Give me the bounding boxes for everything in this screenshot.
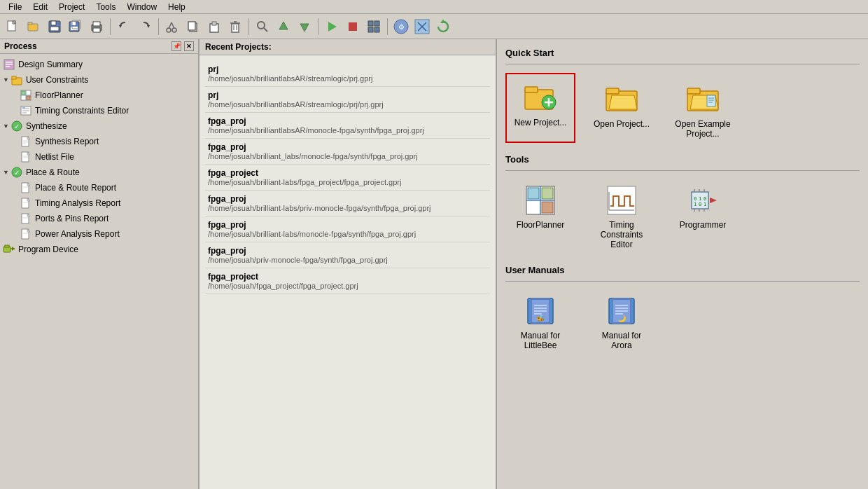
menu-help[interactable]: Help (162, 1, 191, 13)
list-item[interactable]: fpga_proj /home/josuah/priv-monocle-fpga… (205, 242, 490, 268)
list-item[interactable]: fpga_project /home/josuah/fpga_project/f… (205, 268, 490, 294)
tree-item-design-summary[interactable]: Design Summary (0, 57, 198, 72)
svg-rect-97 (606, 88, 619, 94)
tree-item-program-device[interactable]: Program Device (0, 242, 198, 257)
list-item[interactable]: fpga_proj /home/josuah/brilliant_labs/mo… (205, 139, 490, 165)
new-project-button[interactable]: New Project... (505, 73, 575, 143)
list-item[interactable]: fpga_proj /home/josuah/brilliant-labs/pr… (205, 191, 490, 216)
svg-rect-51 (12, 76, 16, 79)
expand-place-route[interactable]: ▼ (3, 169, 9, 176)
delete-button[interactable] (225, 17, 245, 36)
manual-littlebee-button[interactable]: 🐝 Manual for LittleBee (505, 290, 575, 354)
find-button[interactable] (253, 17, 272, 36)
tree-item-floorplanner[interactable]: FloorPlanner (0, 88, 198, 103)
svg-rect-48 (6, 64, 13, 65)
project-name: prj (208, 64, 487, 74)
project-path: /home/josuah/priv-monocle-fpga/synth/fpg… (208, 256, 487, 264)
process-panel-title: Process (4, 41, 37, 51)
undo-button[interactable] (114, 17, 134, 36)
open-button[interactable] (24, 17, 43, 36)
menu-edit[interactable]: Edit (27, 1, 53, 13)
print-button[interactable] (87, 17, 106, 36)
place-route-button[interactable] (412, 17, 432, 36)
tree-item-synthesis-report[interactable]: Synthesis Report (0, 134, 198, 149)
floorplanner-tree-icon (20, 89, 32, 102)
svg-rect-14 (93, 28, 100, 32)
floorplanner-tool-button[interactable]: FloorPlanner (505, 179, 575, 254)
save-all-button[interactable] (66, 17, 85, 36)
grid-button[interactable] (364, 17, 384, 36)
programmer-tool-button[interactable]: 0 1 0 1 0 1 (668, 179, 738, 254)
manual-arora-label: Manual for Arora (591, 331, 652, 350)
stop-button[interactable] (343, 17, 363, 36)
svg-text:1: 1 (694, 202, 696, 207)
svg-rect-24 (212, 22, 216, 25)
open-example-project-button[interactable]: Open Example Project... (668, 73, 738, 143)
project-name: prj (208, 90, 487, 100)
panel-close-icon[interactable]: ✕ (184, 41, 194, 51)
run-synth-button[interactable] (322, 17, 342, 36)
svg-rect-25 (232, 24, 239, 32)
list-item[interactable]: prj /home/josuah/brilliantlabsAR/streaml… (205, 61, 490, 87)
menu-file[interactable]: File (3, 1, 27, 13)
project-path: /home/josuah/fpga_project/fpga_project.g… (208, 282, 487, 290)
tree-item-netlist-file[interactable]: Netlist File (0, 149, 198, 165)
project-name: fpga_proj (208, 116, 487, 126)
expand-synthesize[interactable]: ▼ (3, 123, 9, 130)
new-button[interactable] (3, 17, 22, 36)
toolbar: ⚙ (0, 14, 868, 39)
recent-projects-list: prj /home/josuah/brilliantlabsAR/streaml… (200, 55, 496, 489)
tree-item-ports-pins-report[interactable]: Ports & Pins Report (0, 211, 198, 226)
tree-item-place-route-report[interactable]: Place & Route Report (0, 180, 198, 195)
tree-item-power-analysis-report[interactable]: Power Analysis Report (0, 226, 198, 242)
user-constraints-icon (10, 74, 23, 86)
svg-rect-36 (368, 21, 373, 26)
tree-item-synthesize[interactable]: ▼ ✓ Synthesize (0, 118, 198, 134)
power-analysis-report-label: Power Analysis Report (35, 229, 120, 239)
sep1 (110, 18, 111, 35)
go-down-button[interactable] (295, 17, 314, 36)
manual-arora-button[interactable]: 🌙 Manual for Arora (587, 290, 657, 354)
menu-project[interactable]: Project (53, 1, 90, 13)
svg-line-31 (264, 28, 267, 32)
list-item[interactable]: fpga_proj /home/josuah/brilliant-labs/mo… (205, 216, 490, 242)
process-panel-header: Process 📌 ✕ (0, 39, 198, 54)
go-up-button[interactable] (274, 17, 293, 36)
svg-marker-34 (328, 22, 337, 32)
cut-button[interactable] (162, 17, 182, 36)
save-button[interactable] (45, 17, 64, 36)
place-route-report-label: Place & Route Report (35, 183, 116, 193)
redo-button[interactable] (135, 17, 155, 36)
manual-arora-icon: 🌙 (605, 294, 638, 328)
tree-item-user-constraints[interactable]: ▼ User Constraints (0, 72, 198, 88)
menu-window[interactable]: Window (121, 1, 162, 13)
svg-rect-13 (93, 22, 100, 26)
svg-text:0: 0 (694, 196, 696, 202)
svg-text:✓: ✓ (14, 123, 20, 130)
netlist-file-icon (20, 151, 32, 163)
list-item[interactable]: prj /home/josuah/brilliantlabsAR/streaml… (205, 87, 490, 113)
design-summary-icon (3, 58, 15, 71)
power-analysis-icon (20, 228, 32, 240)
open-project-button[interactable]: Open Project... (587, 73, 657, 143)
svg-rect-110 (542, 202, 553, 213)
svg-rect-35 (349, 22, 357, 31)
tree-item-timing-constraints[interactable]: Timing Constraints Editor (0, 103, 198, 118)
timing-constraints-editor-button[interactable]: Timing Constraints Editor (587, 179, 657, 254)
manual-littlebee-label: Manual for LittleBee (510, 331, 571, 350)
svg-rect-39 (374, 27, 379, 32)
user-manuals-grid: 🐝 Manual for LittleBee (505, 290, 860, 354)
svg-rect-49 (6, 66, 10, 67)
list-item[interactable]: fpga_proj /home/josuah/brilliantlabsAR/m… (205, 113, 490, 139)
menu-tools[interactable]: Tools (90, 1, 121, 13)
expand-user-constraints[interactable]: ▼ (3, 76, 9, 83)
refresh-button[interactable] (433, 17, 453, 36)
synth-run-button[interactable]: ⚙ (391, 17, 411, 36)
panel-pin-icon[interactable]: 📌 (172, 41, 181, 51)
tree-item-timing-analysis-report[interactable]: Timing Analysis Report (0, 195, 198, 211)
list-item[interactable]: fpga_project /home/josuah/brilliant-labs… (205, 165, 490, 191)
tree-item-place-route[interactable]: ▼ ✓ Place & Route (0, 165, 198, 180)
svg-line-20 (172, 22, 174, 29)
paste-button[interactable] (204, 17, 224, 36)
copy-button[interactable] (183, 17, 203, 36)
